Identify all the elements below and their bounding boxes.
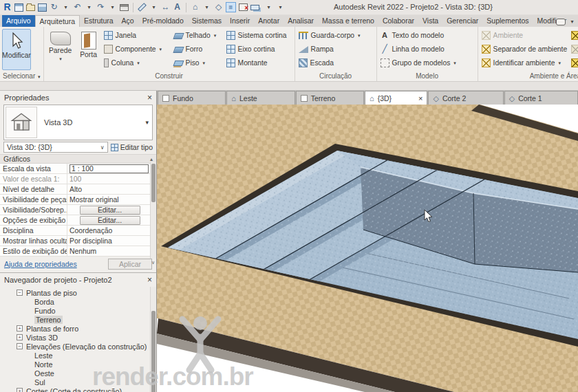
componente-button[interactable]: Componente▾ (103, 43, 171, 56)
hidden-lines-field[interactable]: Por disciplina (69, 237, 112, 245)
close-icon[interactable]: × (147, 276, 152, 284)
ribbon-tab-colaborar[interactable]: Colaborar (378, 15, 418, 27)
properties-scrollbar[interactable] (150, 162, 156, 259)
texto-modelo-button[interactable]: ATexto do modelo (379, 29, 475, 42)
ribbon-tab-estrutura[interactable]: Estrutura (80, 15, 118, 27)
undo-icon[interactable]: ↶ (73, 2, 82, 12)
dropdown-caret-icon[interactable]: ▾ (149, 2, 158, 12)
type-selector[interactable]: Vista 3D ▾ (3, 105, 153, 140)
aligned-dimension-icon[interactable]: ↔ (161, 2, 170, 12)
escada-button[interactable]: Escada (297, 56, 374, 69)
grupo-modelos-button[interactable]: Grupo de modelos▾ (379, 56, 475, 69)
expand-expander-icon[interactable]: + (17, 334, 23, 340)
switch-windows-icon[interactable] (250, 5, 259, 10)
tree-item-vistas-3d[interactable]: +Vistas 3D (0, 333, 156, 342)
section-icon[interactable]: ◇ (214, 2, 223, 12)
ribbon-tab-gerenciar[interactable]: Gerenciar (442, 15, 482, 27)
measure-icon[interactable] (138, 3, 147, 12)
ribbon-tab-suplementos[interactable]: Suplementos (482, 15, 533, 27)
identificar-ambiente-button[interactable]: Identificar ambiente▾ (480, 56, 568, 69)
visibility-edit-button[interactable]: Editar... (80, 206, 140, 215)
view-tab-3d[interactable]: ⌂{3D}× (365, 91, 427, 105)
view-tab-terreno[interactable]: Terreno (296, 91, 364, 105)
type-selector-caret-icon[interactable]: ▾ (145, 119, 149, 126)
dropdown-caret-icon[interactable]: ▾ (202, 2, 211, 12)
revit-logo[interactable]: R (3, 2, 12, 12)
ribbon-tab-arquivo[interactable]: Arquivo (2, 15, 35, 27)
collapse-expander-icon[interactable]: − (17, 290, 23, 296)
instance-selector[interactable]: Vista 3D: {3D} ∨ (3, 142, 108, 153)
view-tab-fundo[interactable]: Fundo (158, 91, 226, 105)
open-file-icon[interactable] (26, 5, 35, 11)
default-3d-view-icon[interactable]: ⌂ (191, 2, 200, 12)
close-inactive-windows-icon[interactable] (239, 3, 248, 11)
save-icon[interactable] (38, 3, 47, 12)
thin-lines-icon[interactable]: ≡ (226, 2, 236, 12)
porta-button[interactable]: Porta (76, 29, 101, 70)
edit-type-button[interactable]: Editar tipo (111, 143, 153, 151)
new-window-icon[interactable] (14, 3, 23, 12)
ribbon-tab-massa-e-terreno[interactable]: Massa e terreno (318, 15, 378, 27)
apply-button[interactable]: Aplicar (108, 259, 152, 270)
browser-scrollbar[interactable] (150, 287, 156, 392)
ribbon-tab-aco[interactable]: Aço (118, 15, 138, 27)
tree-item-plantas-de-piso[interactable]: −Plantas de piso (0, 288, 156, 297)
janela-button[interactable]: Janela (103, 29, 171, 42)
expand-expander-icon[interactable]: + (17, 388, 23, 392)
parede-button[interactable]: Parede ▾ (46, 29, 75, 70)
ribbon-tab-inserir[interactable]: Inserir (226, 15, 254, 27)
ribbon-options-caret-icon[interactable]: ▾ (568, 17, 577, 27)
display-options-edit-button[interactable]: Editar... (80, 216, 140, 225)
tree-item-terreno[interactable]: Terreno (0, 315, 156, 324)
collapse-expander-icon[interactable]: − (17, 343, 23, 349)
tree-item-plantas-de-forro[interactable]: +Plantas de forro (0, 324, 156, 333)
eixo-cortina-button[interactable]: Eixo cortina (225, 43, 292, 56)
print-icon[interactable] (120, 4, 129, 11)
rampa-button[interactable]: Rampa (297, 43, 374, 56)
forro-button[interactable]: Forro (173, 43, 224, 56)
close-icon[interactable]: × (147, 94, 152, 102)
tree-item-elevacoes[interactable]: −Elevações (Elevação da construção) (0, 342, 156, 351)
ribbon-display-toggle-icon[interactable] (556, 19, 566, 25)
text-icon[interactable]: A (173, 2, 182, 12)
redo-icon[interactable]: ↷ (96, 2, 105, 12)
coluna-button[interactable]: Coluna▾ (103, 56, 171, 69)
piso-button[interactable]: Piso▾ (173, 56, 224, 69)
telhado-button[interactable]: Telhado▾ (173, 29, 224, 42)
linha-modelo-button[interactable]: ╱Linha do modelo (379, 43, 475, 56)
tree-item-oeste[interactable]: Oeste (0, 369, 156, 378)
tree-item-cortes[interactable]: +Cortes (Corte da construção) (0, 386, 156, 392)
tree-item-sul[interactable]: Sul (0, 378, 156, 386)
guarda-corpo-button[interactable]: Guarda-corpo▾ (297, 29, 374, 42)
detail-level-field[interactable]: Alto (69, 186, 82, 193)
customize-qat-icon[interactable]: ▾ (276, 2, 285, 12)
area-button[interactable]: Área▾ (570, 29, 578, 42)
drawing-area[interactable] (157, 105, 578, 392)
display-style-field[interactable]: Nenhum (69, 248, 96, 255)
view-scale-input[interactable]: 1 : 100 (69, 164, 149, 173)
close-view-icon[interactable]: × (418, 94, 422, 102)
properties-help-link[interactable]: Ajuda de propriedades (4, 260, 77, 268)
ribbon-tab-vista[interactable]: Vista (418, 15, 442, 27)
identificar-area-button[interactable]: Identificar área▾ (570, 56, 578, 69)
panel-label-ambiente-area[interactable]: Ambiente e Área ▾ (478, 72, 578, 81)
panel-label-selecionar[interactable]: Selecionar ▾ (0, 72, 43, 81)
ribbon-tab-analisar[interactable]: Analisar (283, 15, 318, 27)
sistema-cortina-button[interactable]: Sistema cortina (225, 29, 292, 42)
expand-expander-icon[interactable]: + (17, 325, 23, 331)
dropdown-caret-icon[interactable]: ▾ (85, 2, 94, 12)
collapse-icon[interactable]: ▴ (150, 156, 153, 162)
tree-item-fundo[interactable]: Fundo (0, 306, 156, 315)
ribbon-tab-pre-moldado[interactable]: Pré-moldado (138, 15, 188, 27)
view-tab-corte-2[interactable]: ◇Corte 2 (428, 91, 503, 105)
montante-button[interactable]: Montante (225, 56, 292, 69)
dropdown-caret-icon[interactable]: ▾ (108, 2, 117, 12)
scroll-down-icon[interactable]: ∨ (150, 260, 156, 265)
ribbon-tab-arquitetura[interactable]: Arquitetura (35, 15, 80, 27)
dropdown-caret-icon[interactable]: ▾ (61, 2, 70, 12)
section-graficos[interactable]: Gráficos ▴ (0, 154, 156, 164)
ribbon-tab-sistemas[interactable]: Sistemas (188, 15, 226, 27)
discipline-field[interactable]: Coordenação (69, 227, 112, 235)
tree-item-borda[interactable]: Borda (0, 297, 156, 306)
tree-item-leste[interactable]: Leste (0, 351, 156, 360)
